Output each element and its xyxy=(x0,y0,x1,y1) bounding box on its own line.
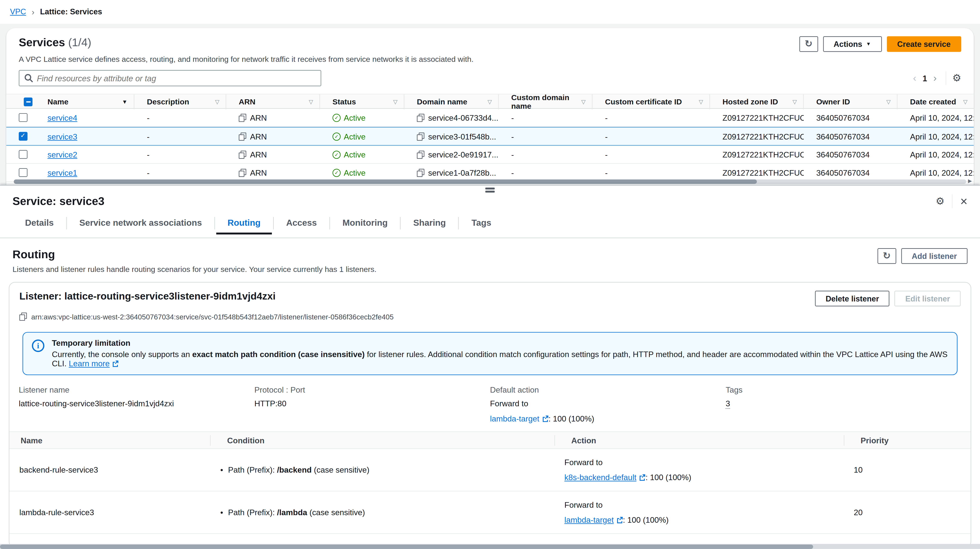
page-number[interactable]: 1 xyxy=(923,73,927,83)
column-header-arn[interactable]: ARN▽ xyxy=(226,94,320,109)
row-checkbox[interactable] xyxy=(19,132,28,141)
cell-owner: 364050767034 xyxy=(804,150,897,159)
detail-panel-title: Service: service3 xyxy=(13,195,104,208)
tab-routing[interactable]: Routing xyxy=(215,212,273,234)
table-settings-gear-icon[interactable]: ⚙ xyxy=(952,73,961,83)
search-input[interactable] xyxy=(37,73,315,83)
cell-arn: ARN xyxy=(250,113,267,122)
split-panel-drag-handle[interactable] xyxy=(485,188,495,194)
sort-icon: ▽ xyxy=(215,99,219,105)
scrollbar-thumb[interactable] xyxy=(0,544,813,549)
default-action-target: lambda-target : 100 (100%) xyxy=(490,414,726,423)
copy-icon[interactable] xyxy=(239,113,246,121)
actions-button[interactable]: Actions▼ xyxy=(823,36,881,52)
cell-created: April 10, 2024, 12:39:3... xyxy=(897,168,974,177)
tab-monitoring[interactable]: Monitoring xyxy=(330,212,400,234)
breadcrumb-vpc-link[interactable]: VPC xyxy=(10,8,26,16)
protocol-port-label: Protocol : Port xyxy=(254,385,490,395)
tab-tags[interactable]: Tags xyxy=(459,212,504,234)
sort-icon: ▽ xyxy=(793,99,797,105)
refresh-button[interactable]: ↻ xyxy=(799,36,818,52)
tags-label: Tags xyxy=(726,385,961,395)
lambda-target-link[interactable]: lambda-target xyxy=(490,414,539,423)
scrollbar-thumb[interactable] xyxy=(14,180,757,184)
cell-hosted-zone: Z09127221KTH2CFUO... xyxy=(710,150,804,159)
detail-tabs: Details Service network associations Rou… xyxy=(0,212,980,234)
copy-icon[interactable] xyxy=(417,169,424,177)
row-checkbox[interactable] xyxy=(19,168,28,177)
cell-description: - xyxy=(134,168,226,177)
cell-created: April 10, 2024, 12:39:2... xyxy=(897,113,974,122)
cell-custom-cert: - xyxy=(592,150,710,159)
cell-hosted-zone: Z09127221KTH2CFUO... xyxy=(710,168,804,177)
scroll-right-icon[interactable]: ▶ xyxy=(968,178,972,184)
rule-condition: •Path (Prefix): /lambda (case sensitive) xyxy=(210,499,554,526)
cell-custom-domain: - xyxy=(499,113,592,122)
sort-icon: ▽ xyxy=(699,99,703,105)
row-checkbox[interactable] xyxy=(19,150,28,159)
copy-arn-icon[interactable] xyxy=(19,313,27,321)
panel-settings-gear-icon[interactable]: ⚙ xyxy=(935,196,945,207)
cell-owner: 364050767034 xyxy=(804,113,897,122)
service-link[interactable]: service2 xyxy=(48,150,77,159)
horizontal-scrollbar[interactable]: ▶ xyxy=(14,180,966,184)
status-active-icon: ✓ xyxy=(332,169,341,177)
refresh-icon: ↻ xyxy=(805,39,813,49)
create-service-button[interactable]: Create service xyxy=(886,36,961,52)
column-header-description[interactable]: Description▽ xyxy=(134,94,226,109)
table-row-service2: service2 - ARN ✓Active service2-0e91917.… xyxy=(6,146,974,164)
copy-icon[interactable] xyxy=(417,113,424,121)
copy-icon[interactable] xyxy=(417,150,424,159)
lambda-target-link[interactable]: lambda-target xyxy=(565,515,614,525)
rule-action: Forward to k8s-backend-default : 100 (10… xyxy=(554,449,844,491)
add-listener-button[interactable]: Add listener xyxy=(901,248,967,264)
default-action-text: Forward to xyxy=(490,399,726,408)
column-header-custom-cert[interactable]: Custom certificate ID▽ xyxy=(592,94,710,109)
table-row-service1: service1 - ARN ✓Active service1-0a7f28b.… xyxy=(6,164,974,182)
cell-domain: service3-01f548b... xyxy=(428,132,496,141)
status-badge: ✓Active xyxy=(320,113,404,122)
column-header-custom-domain[interactable]: Custom domain name▽ xyxy=(499,94,592,109)
prev-page-icon[interactable]: ‹ xyxy=(913,73,916,83)
copy-icon[interactable] xyxy=(239,169,246,177)
table-row-service4: service4 - ARN ✓Active service4-06733d4.… xyxy=(6,109,974,127)
panel-horizontal-scrollbar[interactable] xyxy=(0,544,980,549)
close-panel-icon[interactable]: × xyxy=(960,195,967,207)
copy-icon[interactable] xyxy=(239,150,246,159)
cell-domain: service2-0e91917... xyxy=(428,150,498,159)
listener-card: Listener: lattice-routing-service3listen… xyxy=(9,282,971,548)
copy-icon[interactable] xyxy=(239,132,246,140)
edit-listener-button[interactable]: Edit listener xyxy=(895,291,961,306)
column-header-status[interactable]: Status▽ xyxy=(320,94,404,109)
next-page-icon[interactable]: › xyxy=(933,73,937,83)
tab-access[interactable]: Access xyxy=(274,212,329,234)
tab-details[interactable]: Details xyxy=(13,212,66,234)
column-header-domain[interactable]: Domain name▽ xyxy=(404,94,499,109)
column-header-name[interactable]: Name▼ xyxy=(35,94,135,109)
column-header-created[interactable]: Date created▽ xyxy=(897,94,974,109)
external-link-icon xyxy=(639,474,646,481)
tab-service-network-associations[interactable]: Service network associations xyxy=(67,212,214,234)
status-badge: ✓Active xyxy=(320,150,404,159)
row-checkbox[interactable] xyxy=(19,113,28,122)
rule-row-lambda: lambda-rule-service3 •Path (Prefix): /la… xyxy=(10,492,970,534)
listener-title: Listener: lattice-routing-service3listen… xyxy=(19,291,276,302)
select-all-checkbox[interactable] xyxy=(24,97,32,106)
service-link[interactable]: service1 xyxy=(48,168,77,177)
service-link[interactable]: service3 xyxy=(48,132,77,141)
breadcrumb-current: Lattice: Services xyxy=(40,8,102,16)
tab-sharing[interactable]: Sharing xyxy=(401,212,458,234)
copy-icon[interactable] xyxy=(417,132,424,140)
service-link[interactable]: service4 xyxy=(48,113,77,122)
main-content: Services (1/4) ↻ Actions▼ Create service… xyxy=(0,24,980,185)
external-link-icon xyxy=(541,415,548,422)
tags-count-link[interactable]: 3 xyxy=(726,399,730,409)
caret-down-icon: ▼ xyxy=(866,41,871,47)
aws-vpc-lattice-console: VPC › Lattice: Services Services (1/4) ↻… xyxy=(0,0,980,549)
column-header-owner[interactable]: Owner ID▽ xyxy=(804,94,897,109)
column-header-hosted-zone[interactable]: Hosted zone ID▽ xyxy=(710,94,804,109)
k8s-backend-default-link[interactable]: k8s-backend-default xyxy=(565,473,636,482)
learn-more-link[interactable]: Learn more xyxy=(69,359,110,368)
delete-listener-button[interactable]: Delete listener xyxy=(815,291,890,306)
routing-refresh-button[interactable]: ↻ xyxy=(877,248,896,264)
